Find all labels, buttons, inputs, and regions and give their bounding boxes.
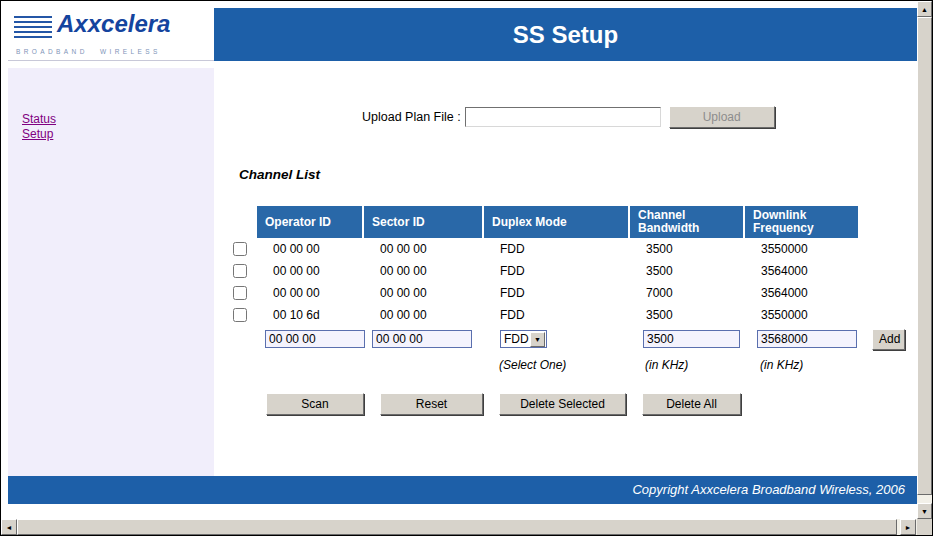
row-checkbox[interactable] — [233, 264, 247, 278]
scroll-up-icon[interactable]: ▲ — [917, 1, 932, 17]
page-title: SS Setup — [214, 8, 917, 61]
copyright-text: Copyright Axxcelera Broadband Wireless, … — [8, 476, 917, 504]
table-row: 00 10 6d 00 00 00 FDD 3500 3550000 — [233, 304, 905, 326]
footer-bar: Copyright Axxcelera Broadband Wireless, … — [8, 476, 917, 504]
cell-sector-id: 00 00 00 — [364, 308, 484, 322]
duplex-mode-selected-value: FDD — [501, 332, 530, 346]
table-row: 00 00 00 00 00 00 FDD 3500 3550000 — [233, 238, 905, 260]
sector-id-input[interactable] — [372, 330, 472, 348]
sidebar: Status Setup — [8, 68, 214, 476]
scroll-right-icon[interactable]: ► — [900, 519, 916, 535]
cell-duplex-mode: FDD — [484, 286, 630, 300]
page-header: SS Setup — [214, 8, 917, 61]
delete-selected-button[interactable]: Delete Selected — [499, 393, 626, 415]
cell-duplex-mode: FDD — [484, 308, 630, 322]
horizontal-scrollbar[interactable]: ◄ ► — [1, 519, 917, 535]
logo-brand-text: Axxcelera — [52, 10, 175, 38]
channel-bandwidth-input[interactable] — [643, 330, 740, 348]
table-row: 00 00 00 00 00 00 FDD 3500 3564000 — [233, 260, 905, 282]
channel-list-heading: Channel List — [239, 167, 320, 182]
scroll-left-icon[interactable]: ◄ — [1, 519, 17, 535]
ss-setup-window: Axxcelera BROADBAND WIRELESS SS Setup St… — [0, 0, 933, 536]
reset-button[interactable]: Reset — [380, 393, 483, 415]
sidebar-link-setup[interactable]: Setup — [22, 127, 214, 142]
cell-channel-bandwidth: 3500 — [630, 264, 745, 278]
upload-plan-file-row: Upload Plan File : Upload — [362, 106, 775, 128]
operator-id-input[interactable] — [265, 330, 365, 348]
horizontal-scrollbar-thumb[interactable] — [17, 519, 897, 535]
column-header-channel-bandwidth: Channel Bandwidth — [630, 206, 745, 238]
vertical-scrollbar[interactable]: ▲ ▼ — [917, 1, 932, 519]
scan-button[interactable]: Scan — [266, 393, 364, 415]
cell-duplex-mode: FDD — [484, 242, 630, 256]
cell-sector-id: 00 00 00 — [364, 264, 484, 278]
row-checkbox[interactable] — [233, 286, 247, 300]
logo-tagline: BROADBAND WIRELESS — [16, 48, 161, 55]
cell-operator-id: 00 00 00 — [257, 286, 364, 300]
add-button[interactable]: Add — [872, 329, 905, 350]
channel-table-header: Operator ID Sector ID Duplex Mode Channe… — [257, 206, 905, 238]
cell-downlink-frequency: 3550000 — [745, 242, 860, 256]
channel-bandwidth-hint: (in KHz) — [630, 358, 745, 372]
cell-operator-id: 00 10 6d — [257, 308, 364, 322]
cell-channel-bandwidth: 3500 — [630, 242, 745, 256]
downlink-frequency-hint: (in KHz) — [745, 358, 860, 372]
row-checkbox[interactable] — [233, 308, 247, 322]
cell-sector-id: 00 00 00 — [364, 242, 484, 256]
scroll-down-icon[interactable]: ▼ — [917, 503, 932, 519]
cell-downlink-frequency: 3564000 — [745, 286, 860, 300]
column-header-downlink-frequency: Downlink Frequency — [745, 206, 860, 238]
field-hints-row: (Select One) (in KHz) (in KHz) — [233, 358, 905, 372]
chevron-down-icon[interactable]: ▼ — [530, 332, 545, 347]
duplex-mode-select[interactable]: FDD ▼ — [500, 330, 547, 348]
cell-operator-id: 00 00 00 — [257, 264, 364, 278]
action-buttons-row: Scan Reset Delete Selected Delete All — [266, 393, 741, 415]
column-header-duplex-mode: Duplex Mode — [484, 206, 630, 238]
duplex-mode-hint: (Select One) — [484, 358, 630, 372]
cell-sector-id: 00 00 00 — [364, 286, 484, 300]
vertical-scrollbar-thumb[interactable] — [917, 17, 932, 495]
cell-downlink-frequency: 3550000 — [745, 308, 860, 322]
sidebar-link-status[interactable]: Status — [22, 112, 214, 127]
row-checkbox[interactable] — [233, 242, 247, 256]
axxcelera-logo: Axxcelera BROADBAND WIRELESS — [8, 8, 214, 61]
scrollbar-corner — [917, 519, 932, 535]
cell-channel-bandwidth: 7000 — [630, 286, 745, 300]
channel-table: Operator ID Sector ID Duplex Mode Channe… — [233, 206, 905, 372]
delete-all-button[interactable]: Delete All — [642, 393, 741, 415]
cell-channel-bandwidth: 3500 — [630, 308, 745, 322]
upload-plan-file-input[interactable] — [465, 107, 661, 127]
downlink-frequency-input[interactable] — [757, 330, 857, 348]
cell-operator-id: 00 00 00 — [257, 242, 364, 256]
column-header-operator-id: Operator ID — [257, 206, 364, 238]
upload-button[interactable]: Upload — [669, 106, 775, 128]
column-header-sector-id: Sector ID — [364, 206, 484, 238]
cell-duplex-mode: FDD — [484, 264, 630, 278]
upload-plan-file-label: Upload Plan File : — [362, 110, 461, 124]
cell-downlink-frequency: 3564000 — [745, 264, 860, 278]
table-row: 00 00 00 00 00 00 FDD 7000 3564000 — [233, 282, 905, 304]
add-channel-row: FDD ▼ Add — [233, 327, 905, 351]
